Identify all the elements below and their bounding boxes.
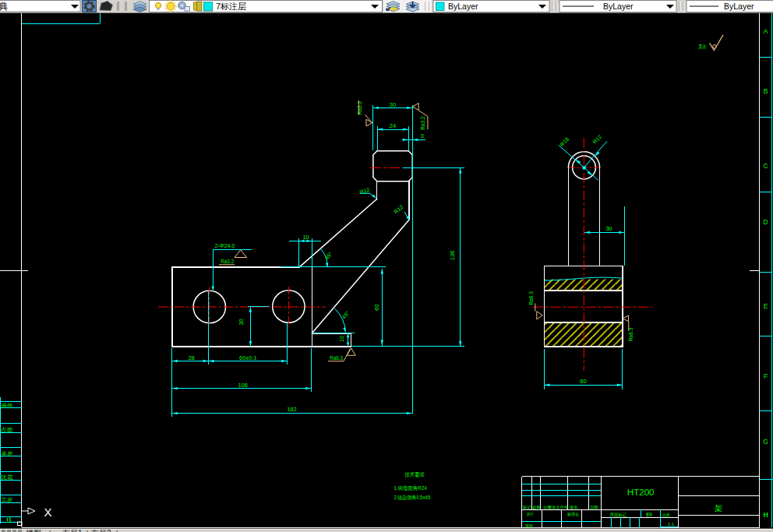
svg-text:ByLayer: ByLayer: [603, 2, 634, 11]
svg-text:C: C: [763, 162, 768, 170]
svg-text:2.锐边倒角0.5x45: 2.锐边倒角0.5x45: [394, 495, 430, 501]
svg-text:审核: 审核: [525, 523, 533, 528]
svg-text:X: X: [44, 506, 51, 519]
svg-text:G: G: [763, 438, 768, 446]
svg-text:136: 136: [449, 251, 456, 261]
svg-text:HT200: HT200: [627, 488, 655, 497]
svg-text:60±0.1: 60±0.1: [239, 355, 257, 361]
svg-text:ByLayer: ByLayer: [448, 2, 478, 11]
svg-text:比花: 比花: [2, 474, 13, 481]
svg-text:丰差: 丰差: [2, 451, 13, 456]
svg-text:技术要求: 技术要求: [404, 471, 425, 478]
svg-text:架: 架: [715, 504, 722, 513]
svg-text:1:1: 1:1: [668, 522, 675, 527]
svg-text:7标注层: 7标注层: [216, 2, 246, 11]
svg-text:签名: 签名: [570, 505, 577, 510]
svg-text:更改文件号: 更改文件号: [548, 505, 568, 509]
svg-text:刂: 刂: [2, 517, 13, 523]
svg-text:24: 24: [390, 122, 396, 129]
svg-text:30: 30: [238, 319, 245, 325]
svg-text:阶段标记: 阶段标记: [610, 512, 627, 518]
svg-text:A: A: [764, 27, 768, 35]
svg-text:H: H: [764, 511, 768, 519]
svg-text:标记: 标记: [522, 505, 531, 510]
svg-text:2-Φ24.0: 2-Φ24.0: [215, 242, 235, 249]
svg-text:30: 30: [390, 101, 396, 108]
svg-text:60: 60: [580, 378, 586, 385]
svg-text:3: 3: [420, 132, 423, 139]
svg-text:182: 182: [287, 406, 297, 413]
svg-text:/: /: [48, 530, 51, 532]
svg-text:Ra6.3: Ra6.3: [528, 291, 534, 305]
svg-text:30: 30: [605, 225, 612, 232]
svg-text:28: 28: [188, 354, 194, 361]
svg-text:日期: 日期: [590, 505, 598, 509]
svg-text:模型: 模型: [26, 529, 41, 532]
svg-text:10: 10: [302, 234, 309, 241]
svg-text:工岁: 工岁: [2, 497, 13, 503]
svg-text:设计: 设计: [526, 512, 533, 516]
svg-text:ByLayer: ByLayer: [724, 2, 754, 11]
svg-text:Ra3.2: Ra3.2: [357, 100, 362, 115]
svg-text:Ra3.2: Ra3.2: [221, 259, 234, 264]
svg-text:布局1: 布局1: [62, 529, 83, 532]
svg-text:Ra6.3: Ra6.3: [330, 355, 343, 361]
svg-text:布局2: 布局2: [90, 529, 111, 532]
svg-text:D: D: [763, 218, 768, 226]
svg-text:F: F: [764, 372, 768, 380]
svg-text:106: 106: [238, 382, 249, 389]
svg-text:Ra3.2: Ra3.2: [420, 116, 425, 130]
svg-text:Ra6.3: Ra6.3: [628, 327, 634, 341]
svg-text:占图: 占图: [2, 427, 13, 433]
svg-text:其余: 其余: [698, 44, 707, 50]
svg-text:B: B: [764, 87, 768, 95]
svg-text:60: 60: [373, 304, 380, 310]
svg-text:/: /: [86, 530, 88, 532]
svg-text:典: 典: [0, 1, 8, 12]
svg-text:1.铸造圆角R24: 1.铸造圆角R24: [394, 485, 426, 491]
svg-text:/: /: [115, 530, 118, 532]
svg-text:重量: 重量: [646, 512, 653, 517]
svg-text:标准化: 标准化: [567, 512, 579, 517]
svg-text:E: E: [764, 302, 768, 310]
svg-text:处数: 处数: [533, 505, 542, 510]
svg-text:器件: 器件: [2, 403, 13, 409]
svg-text:比例: 比例: [662, 513, 669, 518]
svg-text:10: 10: [339, 336, 344, 342]
